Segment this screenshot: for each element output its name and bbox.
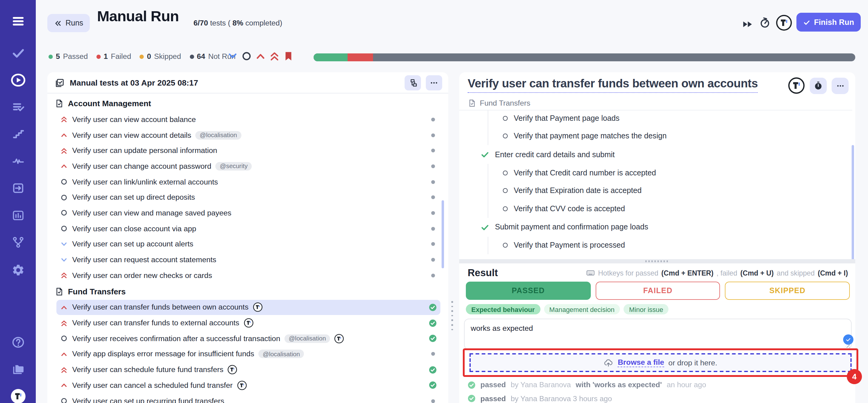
- fast-forward-icon[interactable]: [741, 18, 753, 30]
- detail-more-button[interactable]: [832, 77, 848, 94]
- run-progress-meta: 6/70 tests ( 8% completed): [193, 19, 282, 27]
- quick-tag[interactable]: Management decision: [544, 304, 620, 314]
- run-progress-bar: [314, 53, 855, 61]
- substep-row[interactable]: Verify that Payment is processed: [488, 236, 852, 254]
- sidebar-item-test-plans[interactable]: [11, 100, 25, 114]
- priority-normal-icon: [60, 209, 68, 217]
- sidebar-item-tests[interactable]: [11, 46, 25, 59]
- test-row[interactable]: Verify user can view and manage saved pa…: [56, 205, 440, 221]
- testomat-logo-icon[interactable]: [776, 15, 792, 31]
- substep-row[interactable]: Verify that Payment page loads: [488, 110, 852, 127]
- failed-button[interactable]: FAILED: [595, 282, 720, 300]
- tests-scrollbar[interactable]: [442, 200, 444, 268]
- sidebar-item-settings[interactable]: [11, 263, 25, 277]
- test-row[interactable]: Verify app displays error message for in…: [56, 346, 440, 362]
- sidebar-item-menu[interactable]: [11, 15, 25, 28]
- test-row[interactable]: Verify user can schedule future fund tra…: [56, 362, 440, 377]
- testomat-badge-icon[interactable]: [788, 77, 805, 94]
- tree-icon: [408, 78, 417, 87]
- test-title[interactable]: Verify user can transfer funds between o…: [468, 77, 758, 93]
- browse-file-link[interactable]: Browse a file: [618, 358, 664, 367]
- test-title: Verify user can schedule future fund tra…: [72, 365, 223, 374]
- chevron-down-icon[interactable]: [227, 50, 238, 62]
- sidebar-item-branches[interactable]: [11, 235, 25, 249]
- back-to-runs-button[interactable]: Runs: [47, 14, 90, 32]
- status-dot: [190, 54, 194, 59]
- comment-box[interactable]: works as expected: [464, 319, 851, 350]
- substep-row[interactable]: Verify that CVV code is accepted: [488, 200, 852, 218]
- sidebar-item-runs[interactable]: [10, 72, 26, 88]
- stopwatch-icon[interactable]: [759, 17, 771, 29]
- substep-text: Verify that CVV code is accepted: [514, 204, 625, 213]
- step-row[interactable]: Submit payment and confirmation page loa…: [459, 218, 852, 236]
- tests-more-button[interactable]: [426, 75, 442, 90]
- help-icon: [11, 336, 25, 349]
- breadcrumb[interactable]: Fund Transfers: [468, 99, 530, 108]
- test-row[interactable]: Verify user can view account balance: [56, 112, 440, 127]
- stat-count: 5: [56, 52, 60, 61]
- sidebar-item-analytics[interactable]: [11, 209, 25, 222]
- timer-button[interactable]: [810, 77, 827, 94]
- test-status-notrun: [429, 209, 437, 217]
- finish-run-button[interactable]: Finish Run: [797, 13, 861, 32]
- step-row[interactable]: Enter credit card details and submit: [459, 145, 852, 164]
- test-row[interactable]: Verify user can transfer funds between o…: [56, 299, 440, 315]
- suite-row[interactable]: Account Management: [47, 95, 448, 112]
- test-row[interactable]: Verify user receives confirmation after …: [56, 331, 440, 346]
- test-status-notrun: [429, 194, 437, 202]
- test-row[interactable]: Verify user can link/unlink external acc…: [56, 174, 440, 190]
- test-row[interactable]: Verify user can update personal informat…: [56, 143, 440, 159]
- substep-row[interactable]: Verify that Credit card number is accept…: [488, 164, 852, 182]
- test-row[interactable]: Verify user can change account password@…: [56, 159, 440, 174]
- substep-row[interactable]: Verify that Expiration date is accepted: [488, 182, 852, 200]
- quick-tag[interactable]: Expected behaviour: [466, 304, 540, 314]
- skipped-button[interactable]: SKIPPED: [725, 282, 850, 300]
- test-row[interactable]: Verify user can set up recurring fund tr…: [56, 393, 440, 403]
- sidebar-item-imports[interactable]: [11, 181, 25, 195]
- substep-row[interactable]: Verify that payment page matches the des…: [488, 127, 852, 145]
- hotkey-segment: (Cmd + I): [818, 269, 848, 277]
- sidebar-item-milestones[interactable]: [11, 127, 25, 141]
- chevron-up-icon[interactable]: [255, 50, 266, 62]
- history-segment: by Yana Baranova 3 hours ago: [511, 395, 612, 403]
- test-row[interactable]: Verify user can order new checks or card…: [56, 268, 440, 283]
- back-button-label: Runs: [65, 19, 83, 27]
- file-drop-zone[interactable]: Browse a file or drop it here.: [469, 353, 851, 372]
- history-segment: with 'works as expected': [576, 381, 662, 390]
- notrun-icon: [430, 132, 436, 138]
- steps-scrollbar[interactable]: [851, 145, 854, 260]
- test-row[interactable]: Verify user can set up direct deposits: [56, 190, 440, 205]
- test-title: Verify user can cancel a scheduled fund …: [72, 381, 232, 390]
- test-row[interactable]: Verify user can request account statemen…: [56, 252, 440, 267]
- sidebar-item-pulse[interactable]: [11, 154, 25, 168]
- substep-bullet-icon: [503, 171, 508, 175]
- substep-text: Verify that Expiration date is accepted: [514, 186, 642, 195]
- submit-comment-button[interactable]: [843, 335, 854, 345]
- test-row[interactable]: Verify user can view account details@loc…: [56, 127, 440, 143]
- comment-text: works as expected: [471, 324, 533, 333]
- passed-icon: [429, 304, 437, 311]
- test-status-notrun: [429, 350, 437, 358]
- sidebar-item-logo[interactable]: [10, 388, 26, 403]
- sidebar-item-projects[interactable]: [11, 362, 25, 376]
- test-title: Verify user can transfer funds to extern…: [72, 319, 239, 327]
- chevrons-up-icon[interactable]: [269, 50, 280, 62]
- step-text: Submit payment and confirmation page loa…: [495, 223, 648, 231]
- test-row[interactable]: Verify user can close account via app: [56, 221, 440, 236]
- sidebar: [0, 0, 36, 403]
- step-group: Verify that Payment is processed: [488, 236, 852, 254]
- group-view-button[interactable]: [405, 75, 421, 90]
- test-row[interactable]: Verify user can set up account alerts: [56, 236, 440, 252]
- notrun-icon: [430, 257, 436, 263]
- result-splitter-handle[interactable]: [459, 259, 855, 263]
- quick-tag[interactable]: Minor issue: [624, 304, 669, 314]
- sidebar-item-help[interactable]: [11, 336, 25, 349]
- panel-splitter-handle[interactable]: [451, 301, 453, 330]
- test-row[interactable]: Verify user can cancel a scheduled fund …: [56, 377, 440, 393]
- test-title: Verify user can order new checks or card…: [72, 271, 212, 280]
- test-row[interactable]: Verify user can transfer funds to extern…: [56, 315, 440, 331]
- passed-button[interactable]: PASSED: [466, 282, 590, 300]
- bookmark-icon[interactable]: [283, 50, 294, 62]
- circle-icon[interactable]: [241, 50, 252, 62]
- suite-row[interactable]: Fund Transfers: [47, 283, 448, 299]
